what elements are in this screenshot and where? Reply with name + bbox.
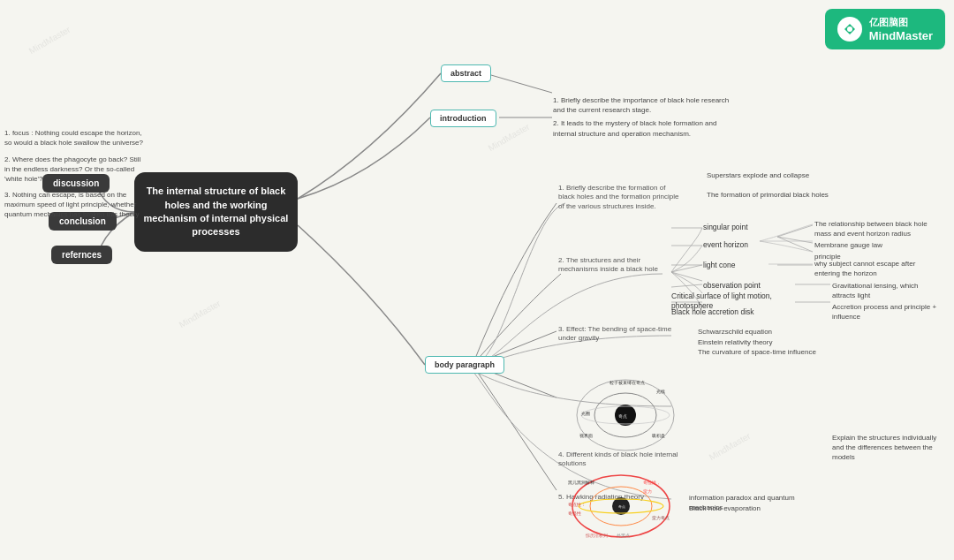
svg-text:粒子被束缚在奇点: 粒子被束缚在奇点: [610, 380, 645, 385]
discussion-text-1: 1. focus : Nothing could escape the hori…: [4, 128, 146, 148]
logo-cn-text: 亿图脑图: [869, 16, 933, 29]
section1-sub1: Superstars explode and collapse: [707, 170, 809, 180]
svg-line-11: [671, 284, 702, 287]
logo-area: 亿图脑图 MindMaster: [825, 9, 945, 49]
section3-label: 3. Effect: The bending of space-time und…: [558, 325, 682, 344]
section3-sub1: Schwarzschild equation: [698, 327, 772, 337]
section3-sub3: The curvature of space-time influence: [698, 347, 816, 357]
introduction-node[interactable]: introduction: [430, 110, 496, 127]
svg-text:蛮力奇点: 蛮力奇点: [652, 515, 670, 520]
abstract-node[interactable]: abstract: [441, 64, 491, 82]
section2-label: 2. The structures and their mechanisms i…: [558, 256, 682, 275]
svg-text:奇点性：: 奇点性：: [568, 502, 586, 507]
introduction-text: 1. Briefly describe the importance of bl…: [553, 95, 730, 139]
svg-line-7: [777, 237, 813, 243]
light-cone: light cone: [703, 261, 735, 270]
eh-detail2: Membrane gauge law: [814, 240, 882, 250]
blackhole-diagram-1: 粒子被束缚在奇点 光圈 光线 视界面 吸积盘 奇点: [572, 367, 678, 464]
svg-text:奇怪性，: 奇怪性，: [643, 480, 661, 485]
svg-text:视界面: 视界面: [579, 433, 593, 438]
svg-text:奇怪性: 奇怪性: [568, 511, 581, 516]
ph-detail1: Gravitational lensing, which attracts li…: [832, 281, 938, 300]
section4-note: Explain the structures individually and …: [832, 433, 947, 463]
svg-text:黑儿黑洞解释: 黑儿黑洞解释: [568, 480, 594, 485]
svg-text:惊历沿析到: 惊历沿析到: [585, 533, 608, 538]
svg-text:蛮力: 蛮力: [643, 488, 652, 494]
svg-line-6: [777, 225, 813, 237]
observation-point: observation point: [703, 281, 761, 291]
singular-point: singular point: [703, 223, 748, 232]
eh-detail1: The relationship between black hole mass…: [814, 219, 929, 238]
section1-label: 1. Briefly describe the formation of bla…: [558, 184, 682, 211]
accretion-disk: Black hole accretion disk: [671, 307, 754, 317]
svg-line-8: [777, 237, 813, 252]
svg-text:奇点: 奇点: [618, 413, 627, 419]
logo-en-text: MindMaster: [869, 29, 933, 42]
central-node-text: The internal structure of black holes an…: [143, 185, 289, 239]
section1-sub2: The formation of primordial black holes: [707, 190, 829, 200]
discussion-text-3: 3. Nothing can escape, is based on the m…: [4, 190, 146, 220]
logo-icon: [837, 17, 862, 42]
lc-detail1: why subject cannot escape after entering…: [814, 259, 929, 278]
mind-map-lines: [0, 0, 954, 560]
svg-text:光线: 光线: [656, 389, 665, 394]
blackhole-diagram-2: 黑儿黑洞解释 奇点性： 奇怪性 奇怪性， 蛮力 蛮力奇点 惊历沿析到 外黑点 奇…: [564, 466, 678, 546]
discussion-text-2: 2. Where does the phagocyte go back? Sti…: [4, 155, 146, 185]
logo-text: 亿图脑图 MindMaster: [869, 16, 933, 42]
svg-line-1: [485, 73, 552, 93]
svg-point-15: [847, 26, 852, 32]
section5-sub2: Black hole evaporation: [689, 503, 761, 513]
ad-detail1: Accretion process and principle + influe…: [832, 302, 938, 322]
svg-text:外黑点: 外黑点: [617, 533, 630, 538]
svg-text:吸积盘: 吸积盘: [652, 433, 665, 438]
event-horizon: event horizon: [703, 240, 748, 250]
references-node[interactable]: refernces: [51, 246, 112, 264]
svg-text:奇点: 奇点: [618, 504, 625, 509]
section3-sub2: Einstein relativity theory: [698, 337, 772, 347]
svg-text:光圈: 光圈: [581, 411, 590, 416]
body-paragraph-node[interactable]: body paragraph: [425, 356, 504, 374]
central-node: The internal structure of black holes an…: [134, 172, 298, 252]
